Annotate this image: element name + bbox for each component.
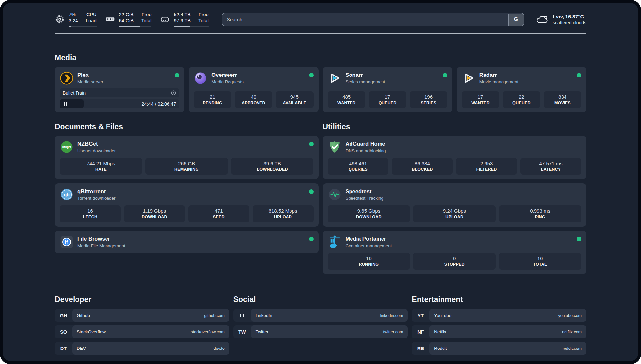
dashboard: 7% 3.24 CPU Load <box>3 3 638 361</box>
disk-progress-fill <box>174 26 190 27</box>
sonarr-card[interactable]: Sonarr Series management 485 WANTED 17 Q… <box>323 67 452 112</box>
bookmark-github[interactable]: GH Github github.com <box>55 309 229 322</box>
stat-pending: 21 PENDING <box>194 91 231 108</box>
stat-download: 1.19 Gbps DOWNLOAD <box>124 205 185 222</box>
weather-location-temp: Lviv, 16.87°C <box>553 14 586 20</box>
section-developer: Developer GH Github github.com SO StackO… <box>55 295 229 355</box>
entertainment-heading: Entertainment <box>412 295 586 304</box>
cloud-icon <box>536 14 548 25</box>
app-subtitle: Speedtest Tracking <box>346 196 384 201</box>
memory-total-label: Total <box>141 18 152 24</box>
bookmark-netflix[interactable]: NF Netflix netflix.com <box>412 325 586 338</box>
top-bar: 7% 3.24 CPU Load <box>55 12 586 27</box>
documents-heading: Documents & Files <box>55 122 319 131</box>
radarr-card[interactable]: Radarr Movie management 17 WANTED 22 QUE… <box>457 67 586 112</box>
section-entertainment: Entertainment YT YouTube youtube.com NF … <box>412 295 586 355</box>
bookmark-url: netflix.com <box>562 330 582 334</box>
plex-icon <box>60 71 74 85</box>
disk-free-label: Free <box>198 12 209 18</box>
bookmark-youtube[interactable]: YT YouTube youtube.com <box>412 309 586 322</box>
qbittorrent-icon: qb <box>60 188 74 201</box>
search-input[interactable] <box>222 13 524 26</box>
bookmark-dev[interactable]: DT DEV dev.to <box>55 342 229 355</box>
status-online-dot <box>443 73 447 77</box>
cpu-widget: 7% 3.24 CPU Load <box>55 12 97 27</box>
bookmark-stackoverflow[interactable]: SO StackOverflow stackoverflow.com <box>55 325 229 338</box>
plex-now-playing: Bullet Train 24:44 / 02:06:47 <box>60 85 179 108</box>
disk-total-value: 97.9 TB <box>174 18 191 24</box>
bookmark-reddit[interactable]: RE Reddit reddit.com <box>412 342 586 355</box>
memory-free-value: 22 GiB <box>119 12 134 18</box>
nzbget-icon: nzbget <box>60 140 74 154</box>
stat-wanted: 485 WANTED <box>328 91 365 108</box>
bookmark-url: stackoverflow.com <box>191 330 225 334</box>
adguard-icon <box>328 140 342 154</box>
app-name: Overseerr <box>211 72 244 78</box>
app-subtitle: Media File Management <box>77 243 125 248</box>
playback-time: 24:44 / 02:06:47 <box>141 101 176 106</box>
app-subtitle: Series management <box>346 79 385 84</box>
plex-card[interactable]: Plex Media server Bullet Train <box>55 67 184 112</box>
bookmark-linkedin[interactable]: LI LinkedIn linkedin.com <box>233 309 408 322</box>
utilities-heading: Utilities <box>323 122 587 131</box>
bookmark-abbr: DT <box>55 342 72 355</box>
adguard-card[interactable]: AdGuard Home DNS and adblocking 498,461 … <box>323 136 587 179</box>
bookmark-twitter[interactable]: TW Twitter twitter.com <box>233 325 408 338</box>
memory-progress-fill <box>119 26 140 27</box>
stat-ping: 0.993 ms PING <box>499 205 581 222</box>
status-online-dot <box>175 73 179 77</box>
status-online-dot <box>577 73 581 77</box>
disk-widget: 52.4 TB 97.9 TB Free Total <box>160 12 208 27</box>
stat-seed: 471 SEED <box>188 205 249 222</box>
speedtest-card[interactable]: Speedtest Speedtest Tracking 9.65 Gbps D… <box>323 183 587 227</box>
portainer-icon <box>328 235 342 249</box>
stat-queued: 17 QUEUED <box>369 91 406 108</box>
app-name: Sonarr <box>346 72 385 78</box>
radarr-icon <box>462 71 475 85</box>
filebrowser-card[interactable]: File Browser Media File Management <box>55 231 319 253</box>
nzbget-card[interactable]: nzbget NZBGet Usenet downloader 744.21 M… <box>55 136 319 179</box>
portainer-card[interactable]: Media Portainer Container management 16 … <box>323 231 587 274</box>
app-name: Plex <box>77 72 103 78</box>
bookmark-name: Github <box>77 313 90 318</box>
cpu-label: CPU <box>86 12 96 18</box>
overseerr-card[interactable]: Overseerr Media Requests 21 PENDING 40 A… <box>189 67 318 112</box>
bookmark-abbr: YT <box>412 309 429 322</box>
bookmark-name: LinkedIn <box>256 313 272 318</box>
cpu-load-label: Load <box>86 18 96 24</box>
speedtest-icon <box>328 188 342 201</box>
disk-progress-track <box>174 26 208 27</box>
stat-movies: 834 MOVIES <box>544 91 581 108</box>
app-name: Media Portainer <box>346 236 392 242</box>
bookmark-name: Netflix <box>434 329 446 334</box>
app-name: NZBGet <box>77 141 116 147</box>
cpu-progress-fill <box>69 26 71 27</box>
weather-widget: Lviv, 16.87°C scattered clouds <box>536 14 586 26</box>
section-documents: Documents & Files nzbget NZBGet U <box>55 122 319 253</box>
app-name: File Browser <box>77 236 125 242</box>
stat-upload: 9.24 Gbps UPLOAD <box>413 205 496 222</box>
bookmark-url: youtube.com <box>558 313 582 318</box>
stat-series: 196 SERIES <box>410 91 447 108</box>
developer-heading: Developer <box>55 295 229 304</box>
overseerr-icon <box>194 71 207 85</box>
stat-total: 16 TOTAL <box>499 253 581 270</box>
bookmark-abbr: GH <box>55 309 72 322</box>
disk-total-label: Total <box>198 18 209 24</box>
bookmark-abbr: NF <box>412 325 429 338</box>
qbittorrent-card[interactable]: qb qBittorrent Torrent downloader 16 LEE… <box>55 183 319 227</box>
svg-text:qb: qb <box>64 192 69 197</box>
bookmark-abbr: LI <box>233 309 251 322</box>
bookmark-url: twitter.com <box>383 330 403 334</box>
cpu-percent: 7% <box>69 12 78 18</box>
bookmark-abbr: RE <box>412 342 429 355</box>
search-engine-button[interactable]: G <box>508 14 524 26</box>
stat-latency: 47.571 ms LATENCY <box>520 158 581 175</box>
app-subtitle: Media server <box>77 79 103 84</box>
bookmark-url: reddit.com <box>563 346 582 351</box>
status-online-dot <box>309 189 314 194</box>
section-utilities: Utilities AdGuard Home <box>323 122 587 274</box>
status-online-dot <box>577 237 581 241</box>
disk-free-value: 52.4 TB <box>174 12 191 18</box>
pause-button[interactable] <box>63 101 68 106</box>
